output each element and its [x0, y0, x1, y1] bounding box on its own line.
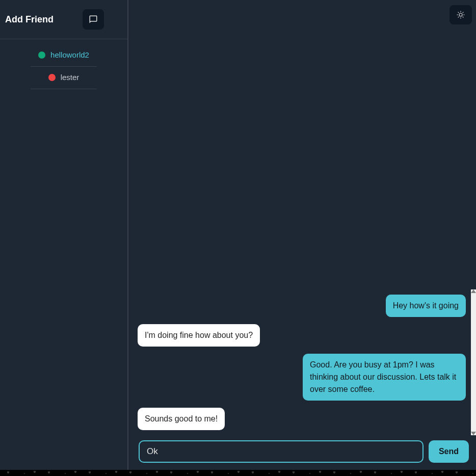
status-dot-online: [38, 51, 45, 59]
message-bubble-received: I'm doing fine how about you?: [138, 324, 260, 347]
svg-line-6: [463, 17, 464, 18]
svg-line-7: [458, 17, 459, 18]
friend-item-helloworld2[interactable]: helloworld2: [31, 44, 97, 67]
message-bubble-sent: Good. Are you busy at 1pm? I was thinkin…: [303, 354, 466, 401]
bottom-decoration: [0, 470, 476, 476]
friends-list: helloworld2 lester: [0, 39, 127, 94]
add-friend-title[interactable]: Add Friend: [5, 14, 83, 25]
svg-point-0: [459, 13, 462, 16]
messages-container[interactable]: Hey how's it going I'm doing fine how ab…: [128, 295, 476, 437]
chat-icon-button[interactable]: [83, 9, 104, 30]
friend-item-lester[interactable]: lester: [31, 67, 97, 89]
message-row: Sounds good to me!: [138, 408, 466, 430]
input-area: Send: [128, 437, 476, 470]
sidebar: Add Friend helloworld2 lester: [0, 0, 128, 470]
main-area: Hey how's it going I'm doing fine how ab…: [128, 0, 476, 470]
scrollbar[interactable]: [471, 289, 476, 435]
scroll-down-arrow-icon: [471, 432, 476, 435]
chat-area: Hey how's it going I'm doing fine how ab…: [128, 30, 476, 470]
chat-bubble-icon: [89, 15, 98, 24]
friend-name: helloworld2: [50, 50, 89, 59]
message-row: Hey how's it going: [138, 295, 466, 317]
status-dot-offline: [48, 74, 56, 81]
message-row: Good. Are you busy at 1pm? I was thinkin…: [138, 354, 466, 401]
sidebar-header: Add Friend: [0, 0, 127, 39]
sun-icon: [456, 10, 465, 19]
svg-line-8: [463, 12, 464, 13]
top-bar: [128, 0, 476, 30]
message-bubble-received: Sounds good to me!: [138, 408, 225, 430]
scroll-up-arrow-icon: [471, 289, 476, 293]
message-input[interactable]: [139, 440, 424, 463]
message-row: I'm doing fine how about you?: [138, 324, 466, 347]
app-container: Add Friend helloworld2 lester: [0, 0, 476, 470]
svg-line-5: [458, 12, 459, 13]
theme-toggle-button[interactable]: [449, 5, 472, 24]
friend-name: lester: [61, 73, 80, 82]
send-button[interactable]: Send: [429, 440, 469, 463]
message-bubble-sent: Hey how's it going: [386, 295, 466, 317]
